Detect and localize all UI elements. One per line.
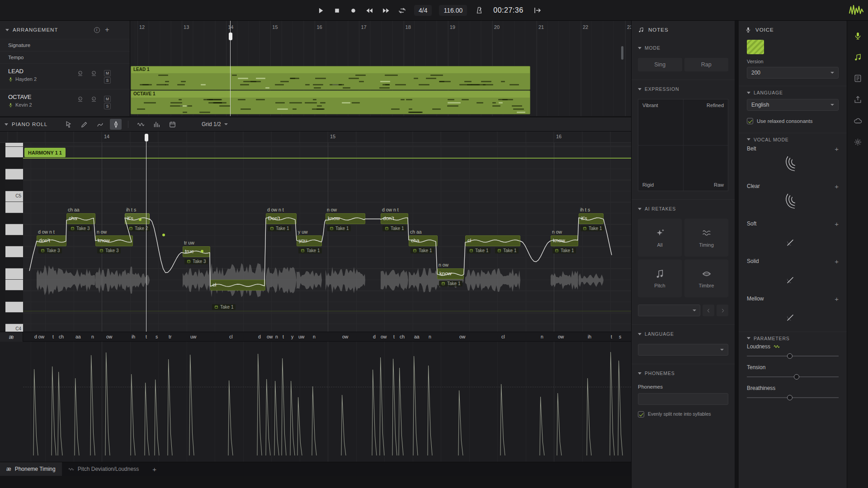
piano-key[interactable]	[5, 158, 23, 169]
piano-key[interactable]	[5, 180, 23, 191]
dial-icon[interactable]	[90, 70, 97, 77]
lane-tempo[interactable]: Tempo	[0, 51, 130, 63]
lane-signature[interactable]: Signature	[0, 39, 130, 51]
phoneme-label[interactable]: t	[611, 334, 612, 339]
phoneme-label[interactable]: d	[258, 334, 261, 339]
track-octave[interactable]: OCTAVEKevin 2MS	[0, 89, 130, 115]
piano-key[interactable]	[5, 280, 23, 291]
time-signature-display[interactable]: 4/4	[414, 5, 432, 16]
piano-key[interactable]	[5, 213, 23, 225]
dynamics-bars-button[interactable]	[151, 119, 162, 130]
phoneme-label[interactable]: n	[429, 334, 431, 339]
checkbox-checked-icon[interactable]	[747, 118, 753, 124]
stop-button[interactable]	[332, 5, 342, 15]
phoneme-timing-spikes[interactable]	[0, 342, 631, 462]
arrangement-header[interactable]: ARRANGEMENT i +	[0, 21, 130, 39]
phoneme-label[interactable]: ih	[132, 334, 135, 339]
export-icon[interactable]	[854, 95, 862, 104]
phoneme-label[interactable]: ow	[381, 334, 387, 339]
rewind-button[interactable]	[364, 5, 374, 15]
piano-key[interactable]: C5	[5, 191, 23, 202]
piano-key[interactable]	[5, 143, 23, 147]
pen-tool-button[interactable]	[110, 119, 122, 130]
mic-icon[interactable]	[854, 32, 862, 40]
phoneme-label[interactable]: t	[52, 334, 54, 339]
phoneme-label[interactable]: s	[156, 334, 158, 339]
arrangement-timeline[interactable]: 121314151617181920212223 LEAD 1OCTAVE 1	[130, 21, 631, 116]
checkbox-checked-icon[interactable]	[638, 411, 644, 418]
dial-icon[interactable]	[77, 70, 84, 77]
mode-rap-button[interactable]: Rap	[684, 58, 729, 71]
takes-calendar-button[interactable]	[166, 119, 178, 130]
add-track-button[interactable]: +	[104, 27, 111, 33]
pitch-wave-button[interactable]	[135, 119, 146, 130]
mode-sing-button[interactable]: Sing	[638, 58, 682, 71]
loop-button[interactable]	[397, 5, 407, 15]
phoneme-label[interactable]: ih	[588, 334, 591, 339]
arrangement-playhead[interactable]	[230, 21, 231, 116]
slider-handle[interactable]	[787, 353, 793, 359]
soft-knob[interactable]	[783, 230, 803, 250]
track-lead[interactable]: LEADHayden 2MS	[0, 63, 130, 89]
all-retake-button[interactable]: All	[638, 219, 682, 257]
phoneme-label[interactable]: n	[313, 334, 316, 339]
add-vocal-mode-button[interactable]: +	[835, 220, 839, 228]
relaxed-consonants-option[interactable]: Use relaxed consonants	[747, 118, 839, 125]
slider-handle[interactable]	[794, 374, 799, 380]
phoneme-label[interactable]: t	[393, 334, 395, 339]
piano-key[interactable]	[5, 268, 23, 280]
clip-octave-1[interactable]: OCTAVE 1	[131, 90, 530, 114]
info-icon[interactable]: i	[94, 27, 100, 33]
vocal-mode-header[interactable]: VOCAL MODE	[739, 133, 847, 141]
phoneme-label[interactable]: n	[275, 334, 278, 339]
add-vocal-mode-button[interactable]: +	[835, 145, 839, 153]
timing-retake-button[interactable]: Timing	[684, 219, 728, 257]
piano-key[interactable]	[5, 291, 23, 302]
clip-lead-1[interactable]: LEAD 1	[131, 66, 530, 90]
tab-pitch-deviation-loudness[interactable]: Pitch Deviation/Loudness	[62, 462, 145, 476]
solo-button[interactable]: S	[104, 77, 111, 84]
track-singer[interactable]: Kevin 2	[8, 102, 130, 108]
phoneme-label[interactable]: t	[146, 334, 147, 339]
follow-playhead-toggle[interactable]	[533, 5, 542, 15]
metronome-toggle[interactable]	[474, 5, 484, 15]
notes-language-select[interactable]	[638, 344, 728, 356]
pitch-retake-button[interactable]: Pitch	[638, 259, 682, 297]
piano-roll-header[interactable]: PIANO ROLL	[5, 122, 58, 127]
settings-icon[interactable]	[854, 138, 862, 146]
parameters-header[interactable]: PARAMETERS	[739, 332, 847, 339]
phoneme-label[interactable]: n	[541, 334, 543, 339]
belt-knob[interactable]	[783, 155, 803, 175]
grid-select[interactable]: Grid 1/2	[202, 121, 228, 127]
phoneme-label[interactable]: tr	[169, 334, 171, 339]
tempo-display[interactable]: 116.00	[439, 5, 467, 16]
phoneme-timing-canvas[interactable]	[0, 342, 631, 462]
split-syllables-option[interactable]: Evenly split note into syllables	[638, 411, 728, 418]
phoneme-label[interactable]: n	[91, 334, 94, 339]
record-button[interactable]	[348, 5, 358, 15]
cloud-icon[interactable]	[854, 117, 862, 125]
ai-retakes-section-header[interactable]: AI RETAKES	[638, 205, 728, 212]
piano-key[interactable]	[5, 169, 23, 180]
phonemes-section-header[interactable]: PHONEMES	[638, 370, 728, 377]
piano-key[interactable]	[5, 302, 23, 313]
mode-section-header[interactable]: MODE	[638, 44, 728, 52]
tab-phoneme-timing[interactable]: æPhoneme Timing	[0, 462, 62, 476]
retake-prev-button[interactable]	[703, 305, 714, 316]
mute-button[interactable]: M	[104, 70, 111, 76]
piano-key[interactable]	[5, 246, 23, 258]
voice-language-header[interactable]: LANGUAGE	[739, 86, 847, 94]
phoneme-label[interactable]: d ow	[34, 334, 44, 339]
voice-avatar[interactable]	[747, 40, 764, 54]
select-tool-button[interactable]	[62, 119, 74, 130]
phoneme-label[interactable]: ch	[400, 334, 405, 339]
voice-language-select[interactable]: English	[747, 99, 839, 111]
scrollbar-thumb[interactable]	[621, 46, 623, 60]
retake-select[interactable]	[638, 305, 700, 316]
loudness-slider[interactable]	[747, 352, 839, 360]
dial-icon[interactable]	[90, 96, 97, 103]
notes-language-header[interactable]: LANGUAGE	[638, 330, 728, 338]
phoneme-label[interactable]: uw	[298, 334, 304, 339]
phonemes-input[interactable]	[638, 393, 728, 405]
phoneme-label[interactable]: cl	[501, 334, 505, 339]
